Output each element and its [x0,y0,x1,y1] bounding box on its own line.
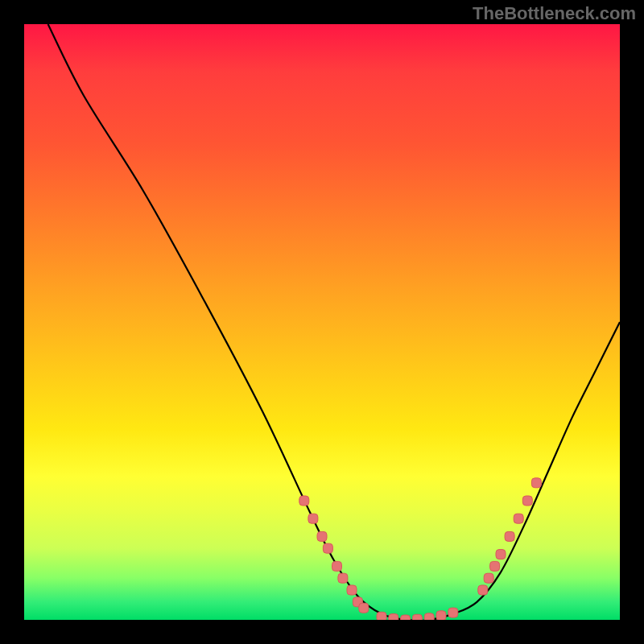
data-marker [424,613,434,620]
plot-area [24,24,620,620]
chart-svg [24,24,620,620]
curve-line [48,24,620,620]
data-marker [317,531,327,541]
data-marker [338,573,348,583]
data-marker [332,561,342,571]
data-marker [505,531,514,541]
data-marker [531,478,541,488]
data-marker [347,585,357,595]
data-marker [490,561,500,571]
data-marker [514,514,523,523]
data-marker [389,614,398,620]
data-marker [377,612,386,620]
data-marker [522,496,532,506]
data-marker [323,543,332,553]
data-marker [308,514,318,523]
data-marker [496,550,506,559]
data-marker [299,496,309,506]
data-marker [478,585,488,595]
data-markers [299,478,542,620]
watermark-text: TheBottleneck.com [473,3,636,24]
data-marker [484,573,493,583]
data-marker [401,615,411,620]
data-marker [359,603,369,613]
data-marker [448,608,458,617]
data-marker [412,614,422,620]
data-marker [436,611,446,620]
